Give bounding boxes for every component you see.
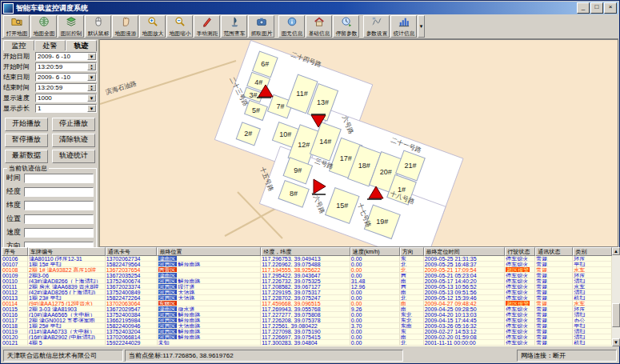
track-field-input[interactable] bbox=[24, 174, 94, 183]
toolbar-button-open-map[interactable]: 打开地图 bbox=[3, 15, 30, 38]
button-暂停播放[interactable]: 暂停播放 bbox=[5, 134, 48, 147]
table-row[interactable]: 00106津A80110 (环压12-3113702062734津南区117.2… bbox=[2, 256, 612, 262]
cell-card: 13752400674 bbox=[106, 278, 158, 284]
table-row[interactable]: 001181期 25# 平扫15822400946河西区 大沽南路117.225… bbox=[2, 323, 612, 329]
chevron-down-icon[interactable]: ▼ bbox=[87, 94, 96, 102]
table-row[interactable]: 001131期 23# 平扫15822472264河西区 大沽路117.2287… bbox=[2, 295, 612, 301]
playback-settings: 开始日期2009- 6 -10▼开始时间13:20:59▲▼结束日期2009- … bbox=[3, 51, 97, 114]
toolbar-button-element-info[interactable]: 图元信息 bbox=[278, 15, 305, 38]
button-最新数据[interactable]: 最新数据 bbox=[5, 150, 48, 163]
tab-监控[interactable]: 监控 bbox=[3, 40, 34, 50]
cell-comm: 常规 bbox=[535, 284, 573, 290]
vehicle-table: 序号车牌编号通讯卡号最终位置经度，纬度速度(km/h)方向最终定位时间行驶状态通… bbox=[2, 247, 620, 346]
spinner-arrows-icon[interactable]: ▲▼ bbox=[87, 84, 96, 91]
field-value: 13:20:59 bbox=[36, 63, 87, 70]
cell-type: 清扫 bbox=[573, 278, 612, 284]
toolbar-button-map-pan[interactable]: 地图漫游 bbox=[112, 15, 138, 38]
toolbar-button-range-search[interactable]: 范围查车 bbox=[221, 15, 247, 38]
column-header-9[interactable]: 通讯状态 bbox=[535, 247, 573, 256]
zoom-in-icon bbox=[147, 16, 158, 30]
company-name: 天津联合远航信息技术有限公司 bbox=[3, 350, 123, 362]
map-block-label: 6# bbox=[261, 60, 269, 68]
column-header-1[interactable]: 车牌编号 bbox=[28, 247, 106, 256]
toolbar-button-zoom-out[interactable]: 地图缩小 bbox=[166, 15, 193, 38]
cell-card: 13752403204 bbox=[106, 329, 158, 334]
track-field-input[interactable] bbox=[24, 228, 94, 238]
tab-轨迹[interactable]: 轨迹 bbox=[66, 40, 97, 51]
toolbar-button-base-info[interactable]: 基础信息 bbox=[306, 15, 332, 38]
chevron-down-icon[interactable]: ▼ bbox=[87, 74, 96, 81]
table-row[interactable]: 001071期 15# 平扫15822479564河西区 解放南路117.226… bbox=[2, 262, 612, 267]
toolbar-button-default-cursor[interactable]: 默认鼠标 bbox=[85, 15, 111, 38]
table-row[interactable]: 001172期 津GN0012 五委张军图13662195984河西区 解放南路… bbox=[2, 318, 612, 323]
scroll-thumb[interactable] bbox=[612, 303, 620, 327]
chevron-down-icon[interactable]: ▼ bbox=[87, 53, 96, 60]
toolbar-button-zoom-in[interactable]: 地图放大 bbox=[139, 15, 166, 38]
table-row[interactable]: 001082期 1# 津A93822 高压10吨13672037654西青区11… bbox=[2, 267, 612, 273]
toolbar-button-stay-param[interactable]: 停留参数 bbox=[333, 15, 359, 38]
cell-plate: 1期 25# 平扫 bbox=[28, 323, 106, 329]
column-header-8[interactable]: 行驶状态 bbox=[505, 247, 535, 256]
toolbar-button-param-settings[interactable]: 参数设置 bbox=[363, 15, 390, 38]
cell-time: 2009-05-17 14:40:20 bbox=[424, 278, 506, 284]
column-header-6[interactable]: 方向 bbox=[400, 247, 424, 256]
minimize-button[interactable]: _ bbox=[577, 2, 590, 14]
scroll-down-icon[interactable]: ▼ bbox=[612, 338, 620, 346]
field-dropdown[interactable]: 2009- 6 -10▼ bbox=[35, 52, 97, 61]
column-header-5[interactable]: 速度(km/h) bbox=[350, 247, 400, 256]
app-icon bbox=[3, 3, 14, 14]
column-header-10[interactable]: 类别 bbox=[573, 247, 612, 256]
cell-type: 平扫 bbox=[573, 323, 612, 329]
table-row[interactable]: 001214期 515922244029未知117.300283, 39.048… bbox=[2, 340, 612, 346]
toolbar-button-stats-info[interactable]: 统计信息 bbox=[390, 15, 417, 38]
field-label: 开始时间 bbox=[3, 62, 33, 72]
table-row[interactable]: 00119(11#)津AA6733（大中标）13752403204河西区 解放南… bbox=[2, 329, 612, 334]
table-row[interactable]: 00114(9#)津AA1275 (12吨晋水)13702063064东丽区11… bbox=[2, 301, 612, 306]
table-row[interactable]: 00120(16#)津AB2902 (中标清扫)13702066814河西区 解… bbox=[2, 334, 612, 340]
cell-plate: 2期 津GN0012 五委张军图 bbox=[28, 318, 106, 323]
close-button[interactable]: × bbox=[604, 2, 617, 14]
field-dropdown[interactable]: 2009- 6 -10▼ bbox=[35, 73, 97, 82]
field-dropdown[interactable]: 1000▼ bbox=[35, 94, 97, 102]
restore-button[interactable]: □ bbox=[590, 2, 603, 14]
table-row[interactable]: 00112(42#)津AD8265 (上海清扫)13752400849河西区 大… bbox=[2, 290, 612, 295]
map-view[interactable]: 6#4#3#5#2#7#10#11#13#12#14#17#18#20#21#1… bbox=[100, 39, 618, 247]
column-header-0[interactable]: 序号 bbox=[2, 247, 28, 256]
toolbar-button-capture-image[interactable]: 抓取图片 bbox=[248, 15, 274, 38]
button-开始播放[interactable]: 开始播放 bbox=[5, 118, 48, 131]
tab-处警[interactable]: 处警 bbox=[34, 40, 66, 50]
table-row[interactable]: 00110(43#)津AD8266（上海清扫）13752400674河西区 解放… bbox=[2, 278, 612, 284]
cell-direction: 东 bbox=[400, 329, 424, 334]
button-轨迹统计[interactable]: 轨迹统计 bbox=[52, 150, 95, 163]
table-scrollbar[interactable]: ▲ ▼ bbox=[612, 247, 620, 346]
chevron-down-icon[interactable]: ▼ bbox=[87, 105, 96, 112]
table-row[interactable]: 001092期3-0613672035254津南区117.295422, 39.… bbox=[2, 273, 612, 278]
table-row[interactable]: 001152期 3-03 津A8190313672029547津南区 微水道11… bbox=[2, 306, 612, 312]
toolbar-button-label: 地图缩小 bbox=[169, 30, 190, 37]
cell-speed: 0.00 bbox=[350, 329, 400, 334]
field-dropdown[interactable]: 1▼ bbox=[35, 104, 97, 113]
spinner-arrows-icon[interactable]: ▲▼ bbox=[87, 63, 96, 70]
toolbar-more-icon[interactable]: ▾ bbox=[418, 15, 425, 38]
column-header-3[interactable]: 最终位置 bbox=[157, 247, 261, 256]
table-row[interactable]: 00116(10#)津AA6565（大中标）13752400384河西区 解放南… bbox=[2, 312, 612, 318]
track-field-input[interactable] bbox=[24, 187, 94, 197]
column-header-4[interactable]: 经度，纬度 bbox=[261, 247, 350, 256]
range-search-icon bbox=[229, 16, 240, 30]
cell-speed: 3.70 bbox=[350, 323, 400, 329]
cell-card: 13752400849 bbox=[106, 290, 158, 295]
toolbar-button-full-map[interactable]: 地图全图 bbox=[30, 15, 57, 38]
track-field-input[interactable] bbox=[24, 214, 94, 224]
button-清除轨迹[interactable]: 清除轨迹 bbox=[52, 134, 95, 147]
button-停止播放[interactable]: 停止播放 bbox=[52, 118, 95, 131]
table-row[interactable]: 001112期 房水 津AA6839 晋水8吨13672023374河西区 绥江… bbox=[2, 284, 612, 290]
scroll-up-icon[interactable]: ▲ bbox=[612, 247, 620, 255]
district-badge: 河西区 bbox=[158, 318, 177, 323]
toolbar-button-measure[interactable]: 手动测距 bbox=[194, 15, 220, 38]
column-header-2[interactable]: 通讯卡号 bbox=[106, 247, 158, 256]
toolbar-button-layer-control[interactable]: 图层控制 bbox=[58, 15, 84, 38]
field-spinner[interactable]: 13:20:59▲▼ bbox=[35, 62, 97, 71]
track-field-input[interactable] bbox=[24, 201, 94, 210]
column-header-7[interactable]: 最终定位时间 bbox=[424, 247, 506, 256]
field-spinner[interactable]: 13:20:59▲▼ bbox=[35, 83, 97, 92]
